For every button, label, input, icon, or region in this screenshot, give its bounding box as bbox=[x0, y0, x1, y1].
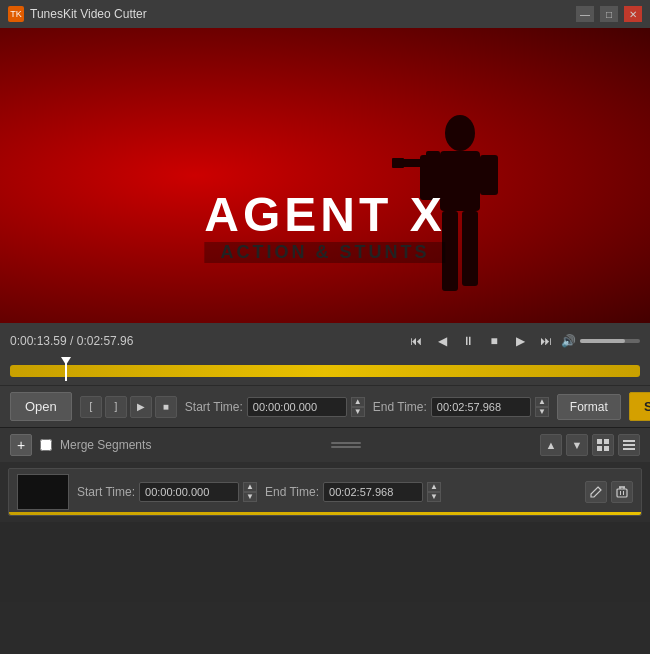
start-time-spinner: ▲ ▼ bbox=[351, 397, 365, 417]
play-button[interactable]: ▶ bbox=[509, 330, 531, 352]
pause-button[interactable]: ⏸ bbox=[457, 330, 479, 352]
window-controls: — □ ✕ bbox=[576, 6, 642, 22]
clip-controls: [ ] ▶ ■ bbox=[80, 396, 177, 418]
end-time-up[interactable]: ▲ bbox=[535, 397, 549, 407]
end-time-spinner: ▲ ▼ bbox=[535, 397, 549, 417]
end-time-input[interactable] bbox=[431, 397, 531, 417]
seg-end-down[interactable]: ▼ bbox=[427, 492, 441, 502]
volume-fill bbox=[580, 339, 625, 343]
volume-icon: 🔊 bbox=[561, 334, 576, 348]
stop-button[interactable]: ■ bbox=[483, 330, 505, 352]
svg-rect-3 bbox=[480, 155, 498, 195]
seg-start-label: Start Time: bbox=[77, 485, 135, 499]
svg-rect-16 bbox=[617, 489, 627, 497]
svg-rect-10 bbox=[604, 439, 609, 444]
close-button[interactable]: ✕ bbox=[624, 6, 642, 22]
seg-end-spinner: ▲ ▼ bbox=[427, 482, 441, 502]
svg-point-0 bbox=[445, 115, 475, 151]
app-icon: TK bbox=[8, 6, 24, 22]
drag-line-2 bbox=[331, 446, 361, 448]
segments-header: + Merge Segments ▲ ▼ bbox=[0, 428, 650, 462]
preview-clip-button[interactable]: ▶ bbox=[130, 396, 152, 418]
seg-start-down[interactable]: ▼ bbox=[243, 492, 257, 502]
time-display: 0:00:13.59 / 0:02:57.96 bbox=[10, 334, 401, 348]
video-content: AGENT X ACTION & STUNTS bbox=[0, 28, 650, 323]
mark-in-button[interactable]: [ bbox=[80, 396, 102, 418]
end-time-section: End Time: ▲ ▼ bbox=[373, 397, 549, 417]
delete-icon bbox=[616, 486, 628, 498]
end-time-label: End Time: bbox=[373, 400, 427, 414]
svg-rect-15 bbox=[623, 448, 635, 450]
move-down-button[interactable]: ▼ bbox=[566, 434, 588, 456]
seg-end-input[interactable] bbox=[323, 482, 423, 502]
app-title: TunesKit Video Cutter bbox=[30, 7, 576, 21]
title-bar: TK TunesKit Video Cutter — □ ✕ bbox=[0, 0, 650, 28]
segment-thumbnail bbox=[17, 474, 69, 510]
start-time-down[interactable]: ▼ bbox=[351, 407, 365, 417]
drag-handle bbox=[159, 442, 532, 448]
timeline-track[interactable] bbox=[10, 365, 640, 377]
seg-start-time-section: Start Time: ▲ ▼ bbox=[77, 482, 257, 502]
video-player: AGENT X ACTION & STUNTS bbox=[0, 28, 650, 323]
segment-progress-bar bbox=[9, 512, 641, 515]
volume-control: 🔊 bbox=[561, 334, 640, 348]
end-time-down[interactable]: ▼ bbox=[535, 407, 549, 417]
seg-end-time-section: End Time: ▲ ▼ bbox=[265, 482, 441, 502]
merge-label: Merge Segments bbox=[60, 438, 151, 452]
svg-rect-13 bbox=[623, 440, 635, 442]
svg-rect-5 bbox=[392, 158, 404, 168]
open-button[interactable]: Open bbox=[10, 392, 72, 421]
start-time-label: Start Time: bbox=[185, 400, 243, 414]
segment-view-controls: ▲ ▼ bbox=[540, 434, 640, 456]
svg-rect-11 bbox=[597, 446, 602, 451]
prev-frame-button[interactable]: ◀ bbox=[431, 330, 453, 352]
seg-start-input[interactable] bbox=[139, 482, 239, 502]
segment-actions bbox=[585, 481, 633, 503]
segment-row: Start Time: ▲ ▼ End Time: ▲ ▼ bbox=[8, 468, 642, 516]
maximize-button[interactable]: □ bbox=[600, 6, 618, 22]
merge-checkbox[interactable] bbox=[40, 439, 52, 451]
edit-icon bbox=[590, 486, 602, 498]
toolbar-row: Open [ ] ▶ ■ Start Time: ▲ ▼ End Time: ▲… bbox=[0, 385, 650, 427]
start-time-up[interactable]: ▲ bbox=[351, 397, 365, 407]
video-main-title: AGENT X bbox=[204, 187, 445, 242]
thumbnail-icon bbox=[597, 439, 609, 451]
segments-empty-area bbox=[0, 522, 650, 602]
thumbnail-view-button[interactable] bbox=[592, 434, 614, 456]
minimize-button[interactable]: — bbox=[576, 6, 594, 22]
svg-rect-6 bbox=[426, 151, 440, 167]
list-view-button[interactable] bbox=[618, 434, 640, 456]
delete-segment-button[interactable] bbox=[611, 481, 633, 503]
fast-forward-button[interactable]: ⏭ bbox=[535, 330, 557, 352]
playback-controls: 0:00:13.59 / 0:02:57.96 ⏮ ◀ ⏸ ■ ▶ ⏭ 🔊 bbox=[0, 323, 650, 359]
seg-end-label: End Time: bbox=[265, 485, 319, 499]
seg-end-up[interactable]: ▲ bbox=[427, 482, 441, 492]
video-subtitle: ACTION & STUNTS bbox=[204, 242, 445, 263]
mark-out-button[interactable]: ] bbox=[105, 396, 127, 418]
add-segment-button[interactable]: + bbox=[10, 434, 32, 456]
svg-rect-14 bbox=[623, 444, 635, 446]
list-icon bbox=[623, 439, 635, 451]
start-time-section: Start Time: ▲ ▼ bbox=[185, 397, 365, 417]
segments-area: + Merge Segments ▲ ▼ bbox=[0, 427, 650, 602]
edit-segment-button[interactable] bbox=[585, 481, 607, 503]
seg-start-up[interactable]: ▲ bbox=[243, 482, 257, 492]
timeline-area bbox=[0, 359, 650, 385]
move-up-button[interactable]: ▲ bbox=[540, 434, 562, 456]
step-back-button[interactable]: ⏮ bbox=[405, 330, 427, 352]
start-time-input[interactable] bbox=[247, 397, 347, 417]
volume-slider[interactable] bbox=[580, 339, 640, 343]
drag-line-1 bbox=[331, 442, 361, 444]
format-button[interactable]: Format bbox=[557, 394, 621, 420]
seg-start-spinner: ▲ ▼ bbox=[243, 482, 257, 502]
timeline-thumb[interactable] bbox=[65, 361, 67, 381]
video-title-overlay: AGENT X ACTION & STUNTS bbox=[204, 187, 445, 263]
svg-rect-8 bbox=[462, 211, 478, 286]
stop-clip-button[interactable]: ■ bbox=[155, 396, 177, 418]
svg-rect-1 bbox=[440, 151, 480, 211]
svg-rect-9 bbox=[597, 439, 602, 444]
svg-rect-12 bbox=[604, 446, 609, 451]
start-button[interactable]: Start bbox=[629, 392, 650, 421]
